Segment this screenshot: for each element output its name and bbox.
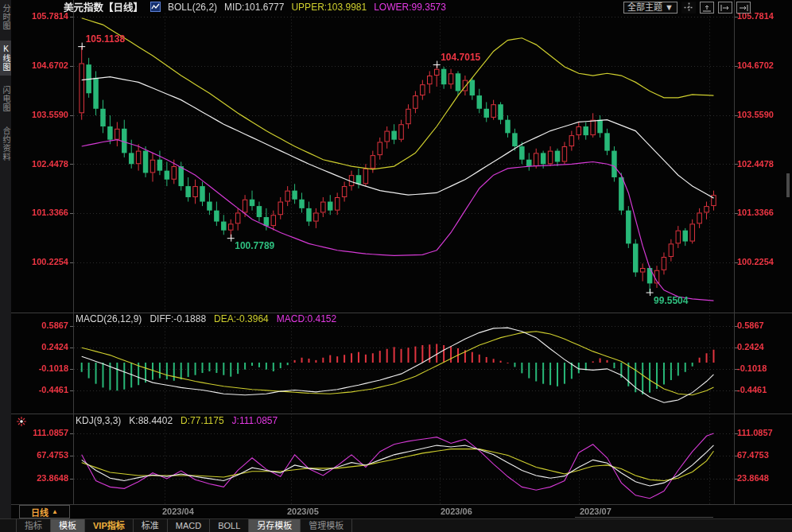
macd-dea-value: DEA:-0.3964 [214, 313, 269, 324]
macd-hist-value: MACD:0.4152 [277, 313, 336, 324]
macd-axis-label: -0.4461 [21, 385, 68, 394]
pan-crosshair-icon[interactable] [681, 2, 696, 14]
kdj-k-value: K:88.4402 [129, 415, 173, 426]
visible-range-indicator [575, 517, 713, 518]
indicator-name-label: BOLL(26,2) [168, 2, 217, 13]
fit-vertical-icon[interactable] [700, 2, 714, 14]
sidebar-item-timeline-chart[interactable]: 分时图 [0, 0, 11, 34]
kdj-j-value: J:111.0857 [232, 415, 278, 426]
theme-dropdown-label: 全部主题 [627, 2, 662, 12]
trading-app-window: 分时图 K线图 闪电图 合约资料 美元指数【日线】 BOLL(26,2) MID… [0, 0, 792, 532]
price-axis-label: 102.4478 [737, 159, 785, 169]
high-price-annotation: 105.1138 [86, 33, 125, 45]
chart-header: 美元指数【日线】 BOLL(26,2) MID:101.6777 UPPER:1… [64, 1, 446, 13]
macd-indicator-name: MACD(26,12,9) [76, 313, 142, 324]
tab-save-template[interactable]: 另存模板 [249, 519, 301, 532]
scrollbar-thumb[interactable] [786, 173, 790, 197]
macd-axis-label: -0.4461 [737, 385, 785, 394]
kdj-indicator-name: KDJ(9,3,3) [76, 415, 121, 426]
sidebar-item-flash-chart[interactable]: 闪电图 [0, 82, 11, 116]
macd-axis-label: 0.2424 [737, 342, 785, 351]
boll-mid-value: MID:101.6777 [224, 2, 284, 13]
price-axis-label: 103.5590 [737, 110, 785, 119]
candlestick-chart-icon [150, 2, 161, 12]
tab-standard[interactable]: 标准 [134, 519, 168, 532]
kdj-d-value: D:77.1175 [181, 415, 224, 426]
macd-header: MACD(26,12,9) DIFF:-0.1888 DEA:-0.3964 M… [76, 313, 336, 324]
shift-right-icon[interactable] [736, 2, 751, 14]
indicator-settings-icon[interactable] [16, 416, 27, 427]
price-axis-label: 100.2254 [21, 257, 68, 266]
toolbar: 全部主题 ▼ [623, 2, 751, 14]
tab-vip-indicators[interactable]: VIP指标 [85, 519, 134, 532]
price-axis-label: 104.6702 [737, 60, 785, 70]
high-price-annotation: 104.7015 [441, 52, 480, 63]
kdj-axis-label: 67.4753 [21, 450, 68, 460]
price-axis-label: 104.6702 [21, 60, 68, 70]
macd-axis-label: -0.1018 [737, 363, 785, 373]
tab-templates[interactable]: 模板 [51, 519, 85, 532]
macd-axis-label: 0.2424 [21, 342, 68, 351]
kdj-axis-label: 111.0857 [737, 428, 785, 437]
sidebar-item-contract-info[interactable]: 合约资料 [0, 122, 11, 165]
low-price-annotation: 99.5504 [654, 295, 688, 306]
fit-horizontal-icon[interactable] [718, 2, 732, 14]
price-axis-label: 103.5590 [21, 110, 68, 119]
kdj-header: KDJ(9,3,3) K:88.4402 D:77.1175 J:111.085… [76, 415, 278, 426]
macd-axis-label: 0.5867 [21, 320, 68, 330]
price-axis-label: 101.3366 [737, 208, 785, 217]
macd-axis-label: -0.1018 [21, 363, 68, 373]
tab-manage-templates[interactable]: 管理模板 [301, 519, 352, 532]
sidebar-item-candlestick-chart[interactable]: K线图 [0, 41, 11, 76]
tab-macd[interactable]: MACD [168, 519, 210, 532]
macd-diff-value: DIFF:-0.1888 [149, 313, 206, 324]
kdj-axis-label: 23.8648 [21, 473, 68, 483]
price-chart-canvas[interactable] [0, 0, 792, 532]
tab-indicators[interactable]: 指标 [16, 519, 51, 532]
theme-dropdown[interactable]: 全部主题 ▼ [623, 2, 677, 14]
price-axis-label: 101.3366 [21, 208, 68, 217]
x-axis-month-label: 2023/05 [287, 507, 319, 516]
x-axis-month-label: 2023/07 [580, 507, 611, 516]
x-axis-month-label: 2023/06 [441, 507, 472, 516]
tab-boll[interactable]: BOLL [210, 519, 249, 532]
period-label: 日线 [31, 506, 49, 518]
boll-upper-value: UPPER:103.9981 [291, 2, 367, 13]
kdj-axis-label: 111.0857 [21, 428, 68, 437]
boll-lower-value: LOWER:99.3573 [374, 2, 446, 13]
symbol-title: 美元指数【日线】 [64, 0, 143, 14]
price-axis-label: 105.7814 [21, 11, 68, 21]
chevron-down-icon: ▼ [665, 2, 674, 12]
low-price-annotation: 100.7789 [235, 240, 274, 251]
bottom-tab-bar: 指标 模板 VIP指标 标准 MACD BOLL 另存模板 管理模板 [0, 518, 792, 532]
x-axis-month-label: 2023/04 [162, 507, 194, 516]
price-axis-label: 102.4478 [21, 159, 68, 169]
macd-axis-label: 0.5867 [737, 320, 785, 330]
triangle-up-icon: ▲ [52, 508, 58, 515]
kdj-axis-label: 67.4753 [737, 450, 785, 460]
period-selector-button[interactable]: 日线 ▲ [19, 505, 70, 518]
left-sidebar: 分时图 K线图 闪电图 合约资料 [0, 0, 11, 518]
price-axis-label: 100.2254 [737, 257, 785, 266]
kdj-axis-label: 23.8648 [737, 473, 785, 483]
